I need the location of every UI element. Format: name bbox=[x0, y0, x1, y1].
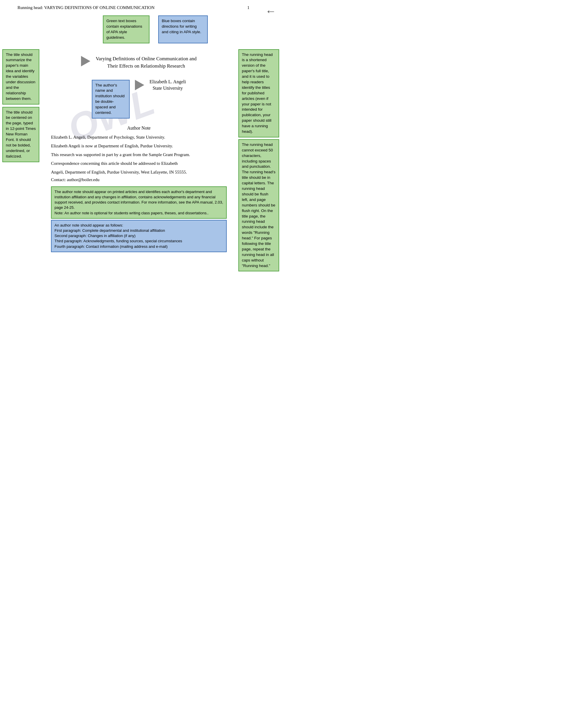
right-green-box-running-head-desc: The running head is a shortened version … bbox=[238, 49, 279, 137]
running-head-text: Running head: VARYING DEFINITIONS OF ONL… bbox=[17, 5, 154, 10]
top-annotations: Green text boxes contain explanations of… bbox=[0, 13, 282, 46]
paper-title-block: Varying Definitions of Online Communicat… bbox=[96, 55, 196, 70]
body-paragraph-4-line2: Angeli, Department of English, Purdue Un… bbox=[42, 169, 235, 176]
page-number: 1 bbox=[247, 5, 250, 10]
main-area: The title should summarize the paper's m… bbox=[0, 46, 282, 272]
author-annotation-box: The author's name and institution should… bbox=[92, 80, 130, 119]
title-arrow-icon bbox=[81, 56, 90, 66]
contact-line: Contact: author@boiler.edu bbox=[42, 177, 235, 182]
blue-directions-box: Blue boxes contain directions for writin… bbox=[158, 15, 208, 43]
page: ← Running head: VARYING DEFINITIONS OF O… bbox=[0, 0, 282, 364]
right-sidebar: The running head is a shortened version … bbox=[238, 49, 282, 272]
body-paragraph-2: Elizabeth Angeli is now at Department of… bbox=[42, 142, 235, 149]
author-block: Elizabeth L. Angeli State University bbox=[149, 77, 186, 91]
page-header: Running head: VARYING DEFINITIONS OF ONL… bbox=[0, 0, 282, 13]
left-sidebar: The title should summarize the paper's m… bbox=[0, 49, 39, 272]
right-green-box-running-head-rules: The running head cannot exceed 50 charac… bbox=[238, 139, 279, 271]
bottom-boxes: The author note should appear on printed… bbox=[51, 186, 227, 252]
center-content: Varying Definitions of Online Communicat… bbox=[39, 49, 238, 272]
bottom-blue-box: An author note should appear as follows:… bbox=[51, 220, 227, 252]
author-name: Elizabeth L. Angeli bbox=[149, 79, 186, 84]
body-paragraph-3: This research was supported in part by a… bbox=[42, 151, 235, 158]
paper-title-line2: Their Effects on Relationship Research bbox=[96, 62, 196, 70]
back-arrow-icon[interactable]: ← bbox=[265, 5, 276, 17]
left-green-box-title-summary: The title should summarize the paper's m… bbox=[2, 49, 39, 105]
green-explanation-box: Green text boxes contain explanations of… bbox=[103, 15, 149, 43]
paper-title-line1: Varying Definitions of Online Communicat… bbox=[96, 55, 196, 63]
institution: State University bbox=[153, 86, 183, 91]
left-green-box-title-format: The title should be centered on the page… bbox=[2, 107, 39, 162]
bottom-green-box: The author note should appear on printed… bbox=[51, 186, 227, 219]
author-arrow-icon bbox=[135, 80, 144, 90]
body-paragraph-1: Elizabeth L. Angeli, Department of Psych… bbox=[42, 134, 235, 141]
author-note-heading: Author Note bbox=[42, 126, 235, 131]
body-paragraph-4-line1: Correspondence concerning this article s… bbox=[42, 160, 235, 167]
author-row: The author's name and institution should… bbox=[42, 77, 235, 119]
title-row: Varying Definitions of Online Communicat… bbox=[42, 49, 235, 73]
